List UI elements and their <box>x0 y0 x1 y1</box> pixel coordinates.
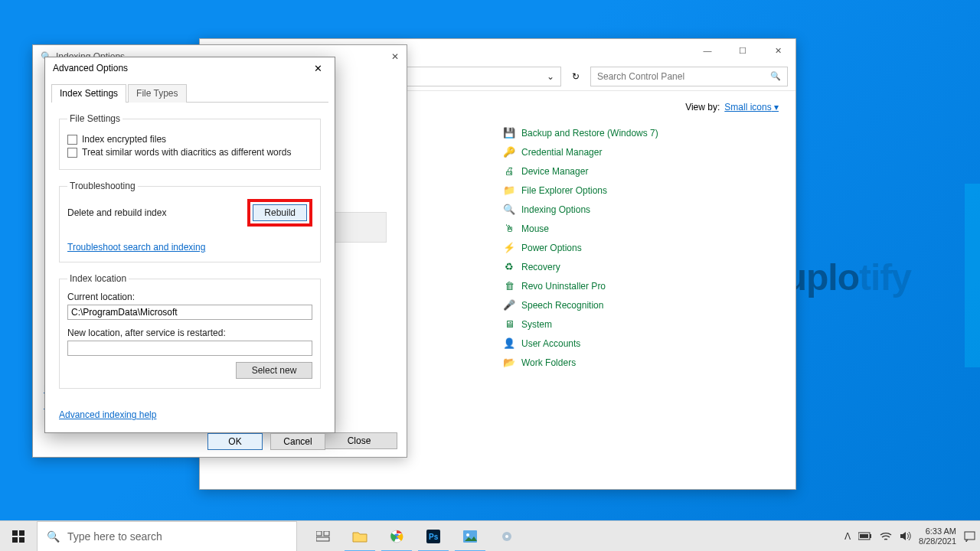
cp-item-label: Work Folders <box>521 357 576 368</box>
taskbar: 🔍 Type here to search Ps ᐱ <box>0 520 980 551</box>
cp-item-label: Mouse <box>521 223 549 234</box>
wifi-icon[interactable] <box>880 532 892 541</box>
file-explorer-taskbar[interactable] <box>341 521 378 552</box>
app-taskbar-2[interactable] <box>488 521 525 552</box>
cp-item[interactable]: 📁File Explorer Options <box>503 181 779 200</box>
notifications-icon[interactable] <box>964 531 975 542</box>
ao-title-text: Advanced Options <box>53 63 128 73</box>
ok-button[interactable]: OK <box>207 433 263 450</box>
cp-item-icon: ♻ <box>503 261 515 273</box>
troubleshoot-link[interactable]: Troubleshoot search and indexing <box>67 242 205 253</box>
cp-item-label: Recovery <box>521 262 560 272</box>
rebuild-highlight: Rebuild <box>247 199 312 227</box>
cp-item[interactable]: 🎤Speech Recognition <box>503 295 779 315</box>
advanced-options-dialog: Advanced Options ✕ Index Settings File T… <box>44 57 335 433</box>
taskbar-search[interactable]: 🔍 Type here to search <box>37 521 297 552</box>
rebuild-button[interactable]: Rebuild <box>253 204 307 221</box>
cp-item-label: User Accounts <box>521 338 580 349</box>
cp-item-icon: 🗑 <box>503 280 515 292</box>
search-input[interactable]: Search Control Panel 🔍 <box>590 67 788 86</box>
task-view-icon <box>316 531 330 542</box>
index-location-legend: Index location <box>67 273 129 284</box>
desktop-accent-bar <box>965 184 980 367</box>
tab-file-types[interactable]: File Types <box>128 84 186 103</box>
search-icon: 🔍 <box>47 530 60 543</box>
close-button[interactable]: ✕ <box>391 51 399 62</box>
cp-item[interactable]: 📂Work Folders <box>503 353 779 372</box>
close-button[interactable]: ✕ <box>760 39 795 62</box>
clock[interactable]: 6:33 AM 8/28/2021 <box>919 527 956 546</box>
troubleshooting-legend: Troubleshooting <box>67 181 138 191</box>
view-by-label: View by: <box>685 102 720 112</box>
chevron-down-icon[interactable]: ⌄ <box>547 71 554 82</box>
svg-rect-13 <box>860 534 868 538</box>
close-button[interactable]: ✕ <box>309 59 327 77</box>
chk-encrypted-row[interactable]: Index encrypted files <box>67 134 312 145</box>
minimize-button[interactable]: — <box>690 39 725 62</box>
cp-item[interactable]: 🔍Indexing Options <box>503 200 779 219</box>
svg-point-10 <box>505 535 508 538</box>
tray-chevron-icon[interactable]: ᐱ <box>844 531 851 542</box>
rebuild-label: Delete and rebuild index <box>67 207 166 218</box>
cp-item[interactable]: 🖥System <box>503 315 779 334</box>
cancel-button[interactable]: Cancel <box>270 433 325 450</box>
cp-item-icon: 📂 <box>503 357 515 369</box>
gear-icon <box>500 530 514 543</box>
cp-item-icon: 🎤 <box>503 299 515 311</box>
chrome-taskbar[interactable] <box>378 521 415 552</box>
refresh-button[interactable]: ↻ <box>566 67 586 86</box>
checkbox-diacritics[interactable] <box>67 148 77 158</box>
cp-item[interactable]: 🔑Credential Manager <box>503 142 779 161</box>
svg-rect-12 <box>870 534 871 538</box>
time-text: 6:33 AM <box>919 527 956 536</box>
windows-icon <box>12 530 24 543</box>
chrome-icon <box>390 530 403 543</box>
chk-diacritics-row[interactable]: Treat similar words with diacritics as d… <box>67 147 312 158</box>
select-new-button[interactable]: Select new <box>236 362 312 379</box>
cp-item-label: Backup and Restore (Windows 7) <box>521 128 658 139</box>
cp-item-icon: 📁 <box>503 184 515 197</box>
maximize-icon: ☐ <box>739 46 746 56</box>
chk-diacritics-label: Treat similar words with diacritics as d… <box>82 147 291 158</box>
cp-item[interactable]: ♻Recovery <box>503 257 779 276</box>
cp-item[interactable]: 🖱Mouse <box>503 219 779 238</box>
cp-item-label: Indexing Options <box>521 204 590 215</box>
svg-point-8 <box>466 533 469 536</box>
maximize-button[interactable]: ☐ <box>725 39 760 62</box>
tab-index-settings[interactable]: Index Settings <box>51 84 126 103</box>
volume-icon[interactable] <box>900 531 911 541</box>
current-location-input[interactable] <box>67 305 312 320</box>
advanced-help-link[interactable]: Advanced indexing help <box>59 409 156 420</box>
rebuild-row: Delete and rebuild index Rebuild <box>67 199 312 227</box>
cp-item[interactable]: 👤User Accounts <box>503 334 779 353</box>
cp-item-icon: 🔑 <box>503 146 515 158</box>
view-by-dropdown[interactable]: Small icons ▾ <box>724 102 779 112</box>
cp-item-icon: 🔍 <box>503 204 515 216</box>
cp-item[interactable]: ⚡Power Options <box>503 238 779 257</box>
battery-icon[interactable] <box>858 532 872 540</box>
watermark-faded: tify <box>859 257 911 298</box>
cp-item[interactable]: 💾Backup and Restore (Windows 7) <box>503 123 779 142</box>
cp-item[interactable]: 🗑Revo Uninstaller Pro <box>503 276 779 295</box>
svg-rect-1 <box>324 531 329 536</box>
search-placeholder: Search Control Panel <box>597 71 684 82</box>
photoshop-taskbar[interactable]: Ps <box>415 521 452 552</box>
ao-content: File Settings Index encrypted files Trea… <box>45 103 335 407</box>
cp-item-label: Device Manager <box>521 166 588 177</box>
ao-titlebar: Advanced Options ✕ <box>45 57 335 79</box>
close-icon: ✕ <box>775 46 782 56</box>
cp-item-label: Revo Uninstaller Pro <box>521 281 606 292</box>
minimize-icon: — <box>704 46 712 55</box>
search-icon: 🔍 <box>770 71 781 81</box>
cp-item[interactable]: 🖨Device Manager <box>503 161 779 181</box>
start-button[interactable] <box>0 521 37 552</box>
app-taskbar-1[interactable] <box>452 521 488 552</box>
close-icon: ✕ <box>314 63 322 74</box>
task-view-button[interactable] <box>305 521 341 552</box>
new-location-input[interactable] <box>67 341 312 356</box>
checkbox-encrypted[interactable] <box>67 135 77 145</box>
watermark: uplotify <box>785 256 911 298</box>
cp-item-label: Speech Recognition <box>521 300 603 311</box>
cp-item-icon: ⚡ <box>503 242 515 254</box>
system-tray: ᐱ 6:33 AM 8/28/2021 <box>840 521 980 552</box>
